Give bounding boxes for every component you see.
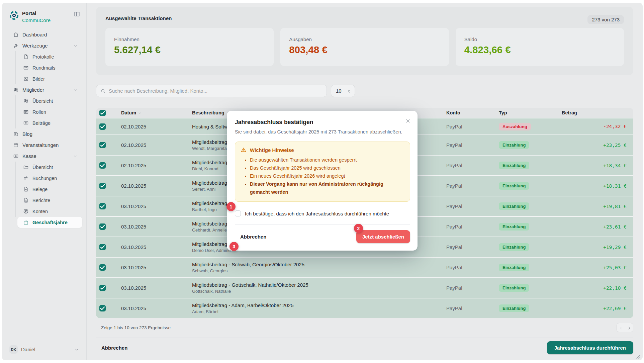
card-label: Einnahmen	[114, 36, 265, 42]
row-checkbox[interactable]	[99, 244, 106, 250]
transaction-account: PayPal	[446, 163, 499, 168]
table-controls: 10	[96, 85, 633, 97]
bottom-action-bar: Abbrechen Jahresabschluss durchführen	[96, 338, 633, 354]
table-row[interactable]: 03.10.2025Mitgliedsbeitrag - Schwab, Geo…	[96, 257, 633, 277]
sidebar-item-blog[interactable]: Blog	[2, 128, 86, 140]
row-checkbox[interactable]	[99, 183, 106, 189]
run-year-end-close-button[interactable]: Jahresabschluss durchführen	[547, 341, 633, 354]
row-checkbox[interactable]	[99, 123, 106, 130]
news-icon	[13, 131, 19, 137]
cancel-button[interactable]: Abbrechen	[96, 342, 133, 354]
sidebar-item-berichte[interactable]: Berichte	[2, 195, 86, 206]
transaction-type-badge: Auszahlung	[499, 123, 531, 130]
previous-page-icon[interactable]	[619, 326, 623, 330]
page-size-select[interactable]: 10	[331, 85, 355, 97]
sidebar-item-label: Konten	[32, 209, 48, 214]
transaction-amount: +19,29 €	[562, 245, 633, 250]
confirm-checkbox[interactable]	[235, 210, 241, 216]
search-input[interactable]	[109, 88, 323, 94]
image-icon	[23, 76, 29, 82]
app-title: Portal	[22, 10, 51, 17]
sort-chevron-icon	[138, 111, 142, 115]
annotation-badge-1: 1	[226, 202, 236, 211]
column-header-date[interactable]: Datum	[121, 110, 192, 115]
sidebar-item-mitglieder[interactable]: Mitglieder	[2, 84, 86, 95]
transaction-date: 03.10.2025	[121, 265, 192, 270]
sidebar-item-konten[interactable]: Konten	[2, 206, 86, 217]
sidebar-item-beitr-ge[interactable]: Beiträge	[2, 117, 86, 128]
sidebar-item-bilder[interactable]: Bilder	[2, 73, 86, 84]
sidebar-item-bersicht[interactable]: Übersicht	[2, 162, 86, 173]
transaction-account: PayPal	[446, 203, 499, 209]
summary-card-ausgaben: Ausgaben803,48 €	[280, 28, 449, 66]
resize-handle-icon[interactable]	[635, 353, 641, 359]
warning-bullet: Ein neues Geschäftsjahr 2026 wird angele…	[250, 172, 404, 180]
row-checkbox[interactable]	[99, 305, 106, 311]
transaction-type-badge: Einzahlung	[499, 243, 529, 251]
column-header-type[interactable]: Typ	[499, 110, 562, 115]
sidebar-item-rundmails[interactable]: Rundmails	[2, 62, 86, 73]
annotation-badge-2: 2	[354, 224, 363, 233]
transaction-amount: +18,31 €	[562, 183, 633, 189]
transaction-type-badge: Einzahlung	[499, 141, 529, 149]
logo-row: Portal CommuCore	[2, 7, 86, 27]
row-checkbox[interactable]	[99, 264, 106, 271]
table-row[interactable]: 03.10.2025Mitgliedsbeitrag - Adam, Bärbe…	[96, 298, 633, 318]
row-checkbox[interactable]	[99, 162, 106, 169]
search-box[interactable]	[96, 85, 327, 97]
sidebar: Portal CommuCore DashboardWerkzeugeProto…	[2, 3, 87, 360]
sidebar-item-dashboard[interactable]: Dashboard	[2, 29, 86, 40]
summary-cards: Einnahmen5.627,14 €Ausgaben803,48 €Saldo…	[105, 28, 624, 66]
pagination	[617, 323, 633, 332]
search-icon	[100, 88, 106, 94]
sidebar-item-veranstaltungen[interactable]: Veranstaltungen	[2, 140, 86, 151]
select-all-checkbox[interactable]	[99, 110, 106, 116]
document-icon	[23, 54, 29, 60]
chevron-down-icon	[73, 88, 78, 92]
column-header-amount[interactable]: Betrag	[562, 110, 633, 115]
transaction-amount: +25,03 €	[562, 265, 633, 270]
transaction-description: Mitgliedsbeitrag - Adam, Bärbel/Oktober …	[192, 302, 446, 308]
header-checkbox-cell	[96, 110, 121, 116]
transaction-account: PayPal	[446, 305, 499, 311]
transaction-amount: +23,61 €	[562, 224, 633, 230]
sidebar-item-kasse[interactable]: Kasse	[2, 151, 86, 162]
sidebar-item-rollen[interactable]: Rollen	[2, 106, 86, 117]
chevron-down-icon	[74, 347, 79, 352]
sidebar-item-label: Werkzeuge	[22, 43, 48, 49]
report-icon	[23, 197, 29, 203]
transaction-account: PayPal	[446, 285, 499, 291]
card-value: 4.823,66 €	[464, 44, 615, 56]
sidebar-item-buchungen[interactable]: Buchungen	[2, 173, 86, 184]
row-checkbox[interactable]	[99, 142, 106, 148]
column-header-account[interactable]: Konto	[446, 110, 499, 115]
row-checkbox[interactable]	[99, 203, 106, 209]
table-row[interactable]: 03.10.2025Mitgliedsbeitrag - Gottschalk,…	[96, 277, 633, 298]
year-end-close-dialog: Jahresabschluss bestätigen Sie sind dabe…	[227, 111, 418, 251]
selection-count-badge: 273 von 273	[587, 15, 624, 24]
sidebar-item-gesch-ftsjahre[interactable]: Geschäftsjahre	[17, 217, 82, 228]
sidebar-item-bersicht[interactable]: Übersicht	[2, 95, 86, 106]
transaction-date: 03.10.2025	[121, 244, 192, 250]
transaction-member: Adam, Bärbel	[192, 309, 446, 314]
transaction-type-badge: Einzahlung	[499, 304, 529, 312]
sidebar-item-belege[interactable]: Belege	[2, 184, 86, 195]
next-page-icon[interactable]	[627, 326, 631, 330]
transaction-date: 02.10.2025	[121, 142, 192, 148]
row-checkbox[interactable]	[99, 285, 106, 291]
sidebar-collapse-icon[interactable]	[74, 11, 80, 17]
confirm-checkbox-label: Ich bestätige, dass ich den Jahresabschl…	[245, 211, 389, 216]
dialog-cancel-button[interactable]: Abbrechen	[235, 231, 272, 243]
row-checkbox[interactable]	[99, 223, 106, 230]
home-icon	[13, 32, 19, 37]
folder-icon	[23, 164, 29, 170]
close-icon[interactable]	[405, 118, 411, 124]
sidebar-item-protokolle[interactable]: Protokolle	[2, 51, 86, 62]
sidebar-item-werkzeuge[interactable]: Werkzeuge	[2, 40, 86, 51]
user-menu[interactable]: DK Daniel	[2, 341, 86, 360]
warning-triangle-icon	[241, 147, 247, 153]
transaction-account: PayPal	[446, 142, 499, 148]
sidebar-item-label: Rundmails	[32, 65, 56, 71]
calendar-icon	[13, 142, 19, 148]
close-now-button[interactable]: Jetzt abschließen	[356, 230, 410, 243]
